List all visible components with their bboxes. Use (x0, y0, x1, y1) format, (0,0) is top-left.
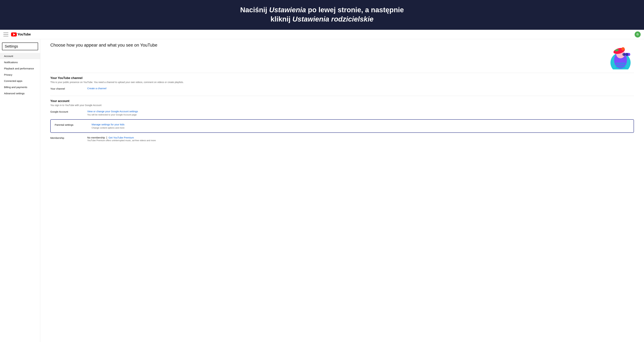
sidebar-item-billing[interactable]: Billing and payments (0, 84, 40, 90)
svg-point-6 (626, 53, 628, 56)
parental-label: Parental settings (55, 123, 92, 126)
settings-title-box: Settings (2, 43, 38, 50)
account-section-desc: You sign in to YouTube with your Google … (50, 104, 634, 107)
banner-text: Naciśnij Ustawienia po lewej stronie, a … (240, 6, 404, 23)
hamburger-line (3, 36, 8, 36)
svg-point-7 (621, 47, 625, 51)
google-account-subtext: You will be redirected to your Google Ac… (87, 113, 634, 116)
parental-settings-link[interactable]: Manage settings for your kids (92, 123, 630, 126)
sidebar-item-advanced[interactable]: Advanced settings (0, 90, 40, 96)
no-membership-text: No membership (87, 136, 105, 139)
sidebar-item-account[interactable]: Account (0, 53, 40, 59)
main-content: Choose how you appear and what you see o… (40, 39, 644, 342)
menu-button[interactable] (3, 33, 8, 36)
svg-rect-10 (616, 67, 626, 68)
svg-point-5 (622, 53, 626, 56)
settings-title: Settings (5, 44, 18, 48)
membership-line: No membership | Get YouTube Premium (87, 136, 634, 139)
google-account-link[interactable]: View or change your Google Account setti… (87, 110, 634, 113)
channel-setting-row: Your channel Create a channel (50, 87, 634, 90)
sidebar: Settings Account Notifications Playback … (0, 39, 40, 342)
channel-label: Your channel (50, 87, 87, 90)
app-layout: Settings Account Notifications Playback … (0, 39, 644, 342)
channel-section: Your YouTube channel This is your public… (50, 76, 634, 90)
svg-rect-8 (616, 63, 626, 64)
sidebar-item-notifications[interactable]: Notifications (0, 59, 40, 65)
youtube-logo[interactable]: YouTube (11, 33, 31, 37)
youtube-logo-icon (11, 33, 17, 37)
illustration-svg (604, 43, 634, 69)
membership-row: Membership No membership | Get YouTube P… (50, 136, 634, 142)
account-section-title: Your account (50, 99, 634, 103)
youtube-logo-text: YouTube (18, 33, 31, 36)
header: YouTube G (0, 30, 644, 39)
hamburger-line (3, 33, 8, 33)
create-channel-link[interactable]: Create a channel (87, 87, 634, 90)
illustration (604, 43, 634, 69)
account-section: Your account You sign in to YouTube with… (50, 99, 634, 142)
instruction-banner: Naciśnij Ustawienia po lewej stronie, a … (0, 0, 644, 30)
channel-section-title: Your YouTube channel (50, 76, 634, 80)
header-right: G (634, 32, 641, 38)
channel-section-desc: This is your public presence on YouTube.… (50, 81, 634, 84)
parental-subtext: Change content options and more (92, 126, 630, 129)
membership-label: Membership (50, 136, 87, 139)
google-account-row: Google Account View or change your Googl… (50, 110, 634, 116)
sidebar-item-connected-apps[interactable]: Connected apps (0, 78, 40, 84)
hamburger-line (3, 34, 8, 35)
avatar[interactable]: G (634, 32, 641, 38)
google-account-label: Google Account (50, 110, 87, 113)
page-header: Choose how you appear and what you see o… (50, 43, 634, 69)
membership-value: No membership | Get YouTube Premium YouT… (87, 136, 634, 142)
channel-value: Create a channel (87, 87, 634, 90)
page-title: Choose how you appear and what you see o… (50, 43, 157, 48)
membership-separator: | (106, 136, 107, 139)
sidebar-item-privacy[interactable]: Privacy (0, 72, 40, 78)
parental-settings-row: Parental settings Manage settings for yo… (55, 123, 630, 129)
google-account-value: View or change your Google Account setti… (87, 110, 634, 116)
membership-subtext: YouTube Premium offers uninterrupted mus… (87, 139, 634, 142)
get-premium-link[interactable]: Get YouTube Premium (108, 136, 134, 139)
svg-rect-9 (616, 65, 626, 66)
sidebar-item-playback[interactable]: Playback and performance (0, 65, 40, 72)
sidebar-nav: Account Notifications Playback and perfo… (0, 53, 40, 96)
parental-settings-box: Parental settings Manage settings for yo… (50, 119, 634, 133)
parental-value: Manage settings for your kids Change con… (92, 123, 630, 129)
